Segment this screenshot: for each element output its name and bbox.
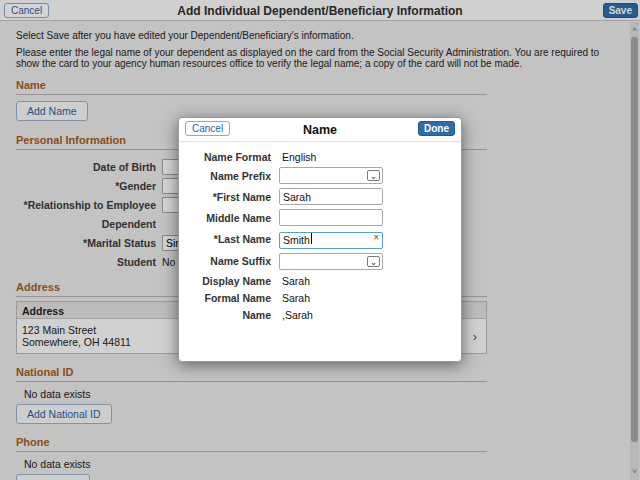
- formal-name-label: Formal Name: [179, 292, 271, 304]
- row-last-name: *Last Name ×: [179, 230, 461, 249]
- middle-name-label: Middle Name: [179, 212, 271, 224]
- name-label: Name: [179, 309, 271, 321]
- name-suffix-select[interactable]: ⌄: [279, 253, 383, 270]
- row-display-name: Display Name Sarah: [179, 274, 461, 288]
- row-name-suffix: Name Suffix ⌄: [179, 253, 461, 270]
- name-suffix-label: Name Suffix: [179, 255, 271, 267]
- text-cursor: [311, 233, 312, 244]
- formal-name-value: Sarah: [279, 292, 310, 304]
- last-name-label: *Last Name: [179, 233, 271, 245]
- row-name-prefix: Name Prefix ⌄: [179, 167, 461, 184]
- name-prefix-label: Name Prefix: [179, 170, 271, 182]
- first-name-label: *First Name: [179, 191, 271, 203]
- last-name-input[interactable]: [279, 232, 383, 249]
- name-format-label: Name Format: [179, 151, 271, 163]
- row-formal-name: Formal Name Sarah: [179, 291, 461, 305]
- name-prefix-select[interactable]: ⌄: [279, 167, 383, 184]
- row-first-name: *First Name: [179, 188, 461, 205]
- display-name-label: Display Name: [179, 275, 271, 287]
- last-name-field-wrapper: ×: [279, 230, 383, 249]
- dropdown-chevron-icon: ⌄: [367, 170, 380, 181]
- clear-field-icon[interactable]: ×: [373, 232, 379, 243]
- modal-body: Name Format English Name Prefix ⌄ *First…: [179, 142, 461, 322]
- row-name: Name ,Sarah: [179, 308, 461, 322]
- modal-done-button[interactable]: Done: [418, 121, 455, 136]
- first-name-input[interactable]: [279, 188, 383, 205]
- row-name-format: Name Format English: [179, 150, 461, 164]
- name-value: ,Sarah: [279, 309, 313, 321]
- modal-header: Cancel Name Done: [179, 118, 461, 142]
- name-modal: Cancel Name Done Name Format English Nam…: [178, 117, 462, 362]
- row-middle-name: Middle Name: [179, 209, 461, 226]
- name-format-value: English: [279, 151, 316, 163]
- display-name-value: Sarah: [279, 275, 310, 287]
- middle-name-input[interactable]: [279, 209, 383, 226]
- dropdown-chevron-icon: ⌄: [367, 256, 380, 267]
